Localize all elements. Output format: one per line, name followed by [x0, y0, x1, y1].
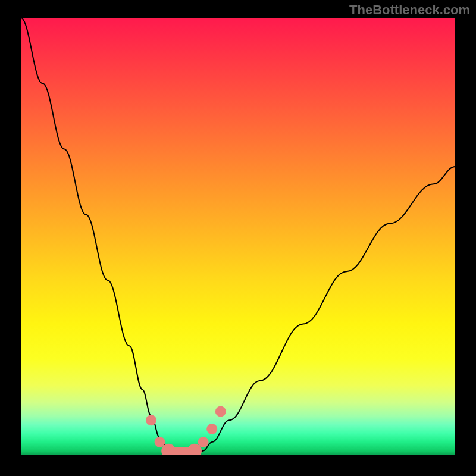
- bottleneck-curve-line: [21, 18, 455, 455]
- marker-point: [198, 437, 209, 447]
- marker-point: [206, 424, 217, 434]
- chart-plot-area: [21, 18, 455, 455]
- watermark-text: TheBottleneck.com: [349, 2, 470, 18]
- chart-svg: [21, 18, 455, 455]
- marker-point: [215, 406, 226, 417]
- marker-group: [146, 406, 226, 456]
- marker-point: [146, 415, 156, 425]
